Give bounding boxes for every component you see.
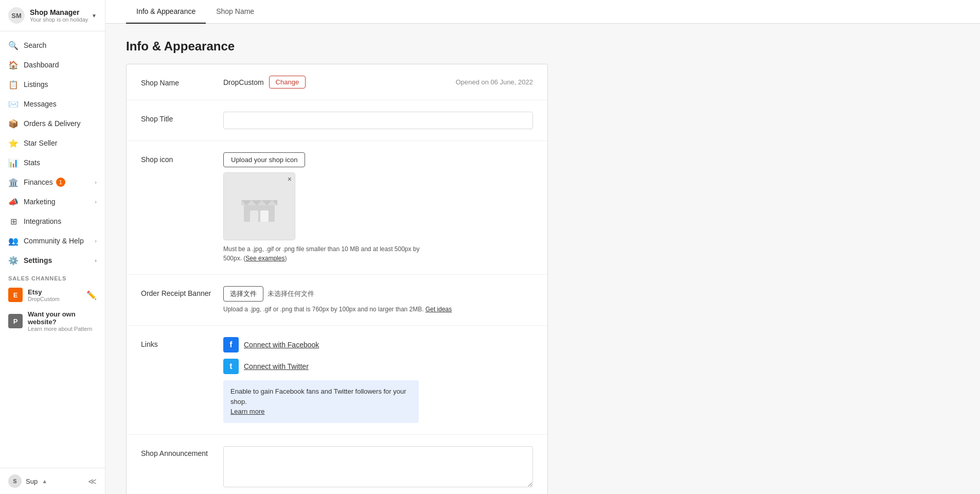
links-label: Links: [141, 337, 223, 348]
sidebar-nav: 🔍 Search 🏠 Dashboard 📋 Listings ✉️ Messa…: [0, 31, 105, 468]
tab-info-appearance[interactable]: Info & Appearance: [126, 0, 206, 24]
connect-twitter-link[interactable]: Connect with Twitter: [244, 362, 309, 370]
change-shop-name-button[interactable]: Change: [269, 76, 306, 89]
sales-channels-section-title: SALES CHANNELS: [0, 270, 105, 284]
shop-manager-subtitle: Your shop is on holiday: [30, 16, 88, 23]
finances-chevron-icon: ›: [95, 179, 97, 185]
shop-icon-row: Shop icon Upload your shop icon ×: [127, 141, 547, 275]
shop-icon-hint: Must be a .jpg, .gif or .png file smalle…: [223, 244, 429, 263]
sidebar-header[interactable]: SM Shop Manager Your shop is on holiday …: [0, 0, 105, 31]
marketing-icon: 📣: [8, 197, 19, 207]
shop-title-input[interactable]: [223, 112, 533, 129]
sidebar-item-integrations-label: Integrations: [24, 217, 61, 225]
sidebar-item-community[interactable]: 👥 Community & Help ›: [0, 231, 105, 251]
sidebar-item-messages[interactable]: ✉️ Messages: [0, 94, 105, 114]
finances-icon: 🏛️: [8, 177, 19, 187]
footer-collapse-icon[interactable]: ≪: [88, 477, 97, 486]
etsy-channel-name: Etsy: [28, 288, 86, 296]
shop-icon-preview-image: [224, 173, 295, 240]
sidebar-item-finances-label: Finances: [24, 178, 53, 186]
page-title: Info & Appearance: [126, 39, 548, 54]
sales-channel-pattern[interactable]: P Want your own website? Learn more abou…: [0, 306, 105, 336]
sidebar: SM Shop Manager Your shop is on holiday …: [0, 0, 105, 494]
sidebar-item-search-label: Search: [24, 41, 46, 49]
store-placeholder-icon: [239, 186, 280, 227]
sidebar-item-listings[interactable]: 📋 Listings: [0, 75, 105, 94]
info-appearance-card: Shop Name DropCustom Change Opened on 06…: [126, 64, 548, 494]
sidebar-item-listings-label: Listings: [24, 80, 48, 89]
etsy-channel-icon: E: [8, 288, 23, 302]
sidebar-item-settings[interactable]: ⚙️ Settings ›: [0, 251, 105, 270]
shop-announcement-label: Shop Announcement: [141, 446, 223, 457]
learn-more-link[interactable]: Learn more: [230, 408, 264, 415]
etsy-channel-sublabel: DropCustom: [28, 296, 86, 302]
svg-rect-2: [260, 210, 269, 222]
listings-icon: 📋: [8, 79, 19, 90]
twitter-link-row: t Connect with Twitter: [223, 359, 533, 374]
footer-expand-icon: ▲: [42, 478, 47, 484]
facebook-link-row: f Connect with Facebook: [223, 337, 533, 352]
shop-icon-close-button[interactable]: ×: [288, 175, 292, 183]
main-content: Info & Appearance Shop Name Info & Appea…: [105, 0, 980, 494]
tab-shop-name[interactable]: Shop Name: [206, 0, 264, 24]
sidebar-item-dashboard[interactable]: 🏠 Dashboard: [0, 55, 105, 75]
shop-manager-avatar: SM: [8, 7, 25, 24]
shop-icon-examples-link[interactable]: See examples: [245, 255, 284, 262]
marketing-chevron-icon: ›: [95, 199, 97, 205]
sidebar-item-stats-label: Stats: [24, 158, 40, 167]
etsy-channel-text: Etsy DropCustom: [28, 288, 86, 302]
links-row: Links f Connect with Facebook t Connect …: [127, 326, 547, 435]
twitter-icon: t: [223, 359, 239, 374]
sidebar-footer: S Sup ▲ ≪: [0, 468, 105, 494]
finances-badge: 1: [56, 178, 65, 187]
shop-icon-control: Upload your shop icon ×: [223, 152, 533, 263]
sidebar-item-finances[interactable]: 🏛️ Finances 1 ›: [0, 172, 105, 192]
shop-manager-title: Shop Manager: [30, 8, 88, 16]
sidebar-item-search[interactable]: 🔍 Search: [0, 36, 105, 55]
shop-name-value: DropCustom: [223, 78, 264, 86]
svg-rect-1: [250, 210, 258, 222]
shop-announcement-textarea[interactable]: [223, 446, 533, 487]
banner-hint: Upload a .jpg, .gif or .png that is 760p…: [223, 305, 533, 314]
upload-shop-icon-button[interactable]: Upload your shop icon: [223, 152, 305, 167]
sales-channel-etsy[interactable]: E Etsy DropCustom ✏️: [0, 284, 105, 306]
footer-user[interactable]: S Sup ▲: [8, 474, 47, 488]
shop-name-control: DropCustom Change Opened on 06 June, 202…: [223, 76, 533, 89]
messages-icon: ✉️: [8, 99, 19, 109]
settings-icon: ⚙️: [8, 255, 19, 266]
social-note: Enable to gain Facebook fans and Twitter…: [223, 380, 419, 423]
shop-title-row: Shop Title: [127, 100, 547, 141]
sidebar-item-community-label: Community & Help: [24, 237, 84, 245]
choose-file-button[interactable]: 选择文件: [223, 286, 263, 302]
pattern-channel-icon: P: [8, 314, 23, 328]
stats-icon: 📊: [8, 157, 19, 168]
footer-avatar: S: [8, 474, 22, 488]
links-control: f Connect with Facebook t Connect with T…: [223, 337, 533, 423]
shop-icon-preview-box: ×: [223, 172, 295, 240]
settings-chevron-icon: ›: [95, 257, 97, 263]
footer-username: Sup: [26, 478, 38, 485]
get-ideas-link[interactable]: Get ideas: [425, 306, 452, 313]
shop-announcement-row: Shop Announcement: [127, 435, 547, 495]
sidebar-item-marketing[interactable]: 📣 Marketing ›: [0, 192, 105, 211]
opened-date: Opened on 06 June, 2022: [456, 78, 533, 86]
sidebar-item-integrations[interactable]: ⊞ Integrations: [0, 211, 105, 231]
sidebar-item-orders-label: Orders & Delivery: [24, 119, 80, 128]
order-receipt-banner-control: 选择文件 未选择任何文件 Upload a .jpg, .gif or .png…: [223, 286, 533, 314]
shop-name-label: Shop Name: [141, 76, 223, 87]
community-icon: 👥: [8, 236, 19, 246]
sidebar-item-orders[interactable]: 📦 Orders & Delivery: [0, 114, 105, 133]
pattern-channel-text: Want your own website? Learn more about …: [28, 310, 97, 332]
order-receipt-banner-row: Order Receipt Banner 选择文件 未选择任何文件 Upload…: [127, 275, 547, 326]
etsy-edit-icon[interactable]: ✏️: [86, 290, 97, 300]
file-name-label: 未选择任何文件: [268, 289, 314, 298]
connect-facebook-link[interactable]: Connect with Facebook: [244, 341, 319, 349]
sidebar-item-star-seller[interactable]: ⭐ Star Seller: [0, 133, 105, 153]
sidebar-item-stats[interactable]: 📊 Stats: [0, 153, 105, 172]
facebook-icon: f: [223, 337, 239, 352]
sidebar-item-settings-label: Settings: [24, 256, 52, 264]
sidebar-item-marketing-label: Marketing: [24, 198, 55, 206]
shop-icon-label: Shop icon: [141, 152, 223, 164]
order-receipt-banner-label: Order Receipt Banner: [141, 286, 223, 297]
shop-announcement-control: [223, 446, 533, 489]
